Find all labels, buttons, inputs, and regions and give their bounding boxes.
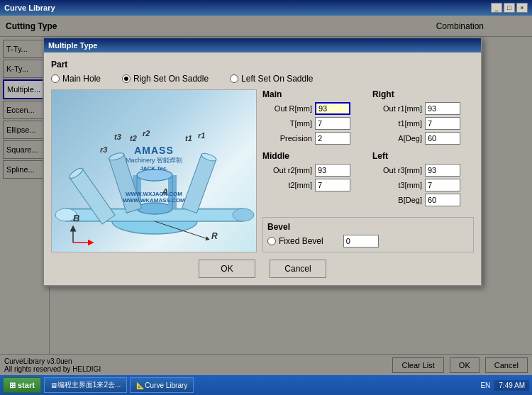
right-group: Right Out r1[mm] t1[mm] A[Deg] xyxy=(372,89,474,147)
modal-ok-button[interactable]: OK xyxy=(199,260,255,278)
svg-point-6 xyxy=(137,203,172,214)
radio-right-set-label: Righ Set On Saddle xyxy=(133,74,209,84)
right-a-input[interactable] xyxy=(425,132,460,145)
left-group: Left Out r3[mm] t3[mm] B[Deg] xyxy=(372,151,474,208)
start-button[interactable]: ⊞ start xyxy=(3,377,41,393)
modal-dialog: Multiple Type Part Main Hole Righ Set On… xyxy=(43,37,482,286)
taskbar-item-curve[interactable]: 📐 Curve Library xyxy=(130,377,194,393)
diagram-svg: r3 t3 t2 r2 t1 r1 B A R xyxy=(52,90,257,252)
taskbar-right: EN 7:49 AM xyxy=(480,380,529,391)
start-icon: ⊞ xyxy=(9,381,16,390)
radio-main-hole-label: Main Hole xyxy=(62,74,101,84)
right-a-field: A[Deg] xyxy=(372,132,474,145)
middle-group-title: Middle xyxy=(262,151,364,161)
middle-t2-label: t2[mm] xyxy=(262,181,312,189)
middle-t2-field: t2[mm] xyxy=(262,179,364,191)
bevel-fixed-radio[interactable]: Fixed Bevel xyxy=(267,236,323,246)
right-out-r1-field: Out r1[mm] xyxy=(372,102,474,115)
left-t3-label: t3[mm] xyxy=(372,181,422,189)
left-out-r3-field: Out r3[mm] xyxy=(372,164,474,177)
main-out-r-field: Out R[mm] xyxy=(262,102,364,115)
taskbar-curve-label: Curve Library xyxy=(145,382,187,389)
svg-point-9 xyxy=(137,169,172,181)
middle-out-r2-label: Out r2[mm] xyxy=(262,166,312,174)
taskbar-editor-icon: 🖥 xyxy=(50,382,57,389)
left-b-label: B[Deg] xyxy=(372,196,422,204)
right-t1-input[interactable] xyxy=(425,117,460,130)
part-radios: Main Hole Righ Set On Saddle Left Set On… xyxy=(51,74,474,84)
left-group-title: Left xyxy=(372,151,474,161)
svg-text:r1: r1 xyxy=(198,131,205,140)
language-indicator: EN xyxy=(480,382,490,389)
svg-point-3 xyxy=(233,208,254,221)
svg-text:t3: t3 xyxy=(114,133,121,141)
maximize-button[interactable]: □ xyxy=(504,3,515,13)
middle-out-r2-input[interactable] xyxy=(315,164,350,177)
radio-main-hole-circle xyxy=(51,74,60,83)
modal-title: Multiple Type xyxy=(48,41,97,50)
right-t1-label: t1[mm] xyxy=(372,119,422,128)
part-label: Part xyxy=(51,60,474,69)
middle-t2-input[interactable] xyxy=(315,179,350,191)
radio-left-set-label: Left Set On Saddle xyxy=(241,74,313,84)
main-t-field: T[mm] xyxy=(262,117,364,130)
close-button[interactable]: × xyxy=(516,3,528,13)
main-group: Main Out R[mm] T[mm] Precision xyxy=(262,89,364,147)
bevel-fixed-label: Fixed Bevel xyxy=(279,236,323,246)
right-out-r1-label: Out r1[mm] xyxy=(372,104,422,113)
left-t3-input[interactable] xyxy=(425,179,460,191)
radio-left-set[interactable]: Left Set On Saddle xyxy=(230,74,313,84)
modal-content: r3 t3 t2 r2 t1 r1 B A R xyxy=(51,89,474,252)
svg-text:R: R xyxy=(211,231,218,241)
left-b-field: B[Deg] xyxy=(372,194,474,206)
right-t1-field: t1[mm] xyxy=(372,117,474,130)
left-out-r3-label: Out r3[mm] xyxy=(372,166,422,174)
params-area: Main Out R[mm] T[mm] Precision xyxy=(262,89,474,252)
modal-body: Part Main Hole Righ Set On Saddle Left S… xyxy=(44,52,481,285)
radio-main-hole[interactable]: Main Hole xyxy=(51,74,101,84)
modal-cancel-button[interactable]: Cancel xyxy=(270,260,326,278)
left-out-r3-input[interactable] xyxy=(425,164,460,177)
bevel-fixed-circle xyxy=(267,237,276,245)
taskbar: ⊞ start 🖥 编程主界面1来2去... 📐 Curve Library E… xyxy=(0,375,532,395)
main-precision-field: Precision xyxy=(262,132,364,145)
taskbar-item-editor[interactable]: 🖥 编程主界面1来2去... xyxy=(44,377,127,393)
svg-text:r3: r3 xyxy=(100,145,107,154)
right-group-title: Right xyxy=(372,89,474,99)
svg-text:r2: r2 xyxy=(143,129,150,138)
right-a-label: A[Deg] xyxy=(372,134,422,143)
middle-left-row: Middle Out r2[mm] t2[mm] xyxy=(262,151,474,208)
window-controls: _ □ × xyxy=(491,3,528,13)
bevel-value-input[interactable] xyxy=(343,235,379,247)
minimize-button[interactable]: _ xyxy=(491,3,502,13)
modal-overlay: Multiple Type Part Main Hole Righ Set On… xyxy=(0,16,532,375)
right-out-r1-input[interactable] xyxy=(425,102,460,115)
taskbar-editor-label: 编程主界面1来2去... xyxy=(57,380,121,390)
taskbar-curve-icon: 📐 xyxy=(136,382,145,389)
window-title: Curve Library xyxy=(4,4,55,12)
main-t-input[interactable] xyxy=(315,117,350,130)
left-b-input[interactable] xyxy=(425,194,460,206)
main-t-label: T[mm] xyxy=(262,119,312,128)
radio-right-set-circle xyxy=(122,74,131,83)
main-out-r-input[interactable] xyxy=(315,102,350,115)
main-right-row: Main Out R[mm] T[mm] Precision xyxy=(262,89,474,147)
main-out-r-label: Out R[mm] xyxy=(262,104,312,113)
svg-text:A: A xyxy=(161,187,168,197)
main-precision-input[interactable] xyxy=(315,132,350,145)
start-label: start xyxy=(18,381,35,389)
svg-text:t1: t1 xyxy=(185,134,192,143)
taskbar-clock: 7:49 AM xyxy=(494,380,529,391)
svg-text:t2: t2 xyxy=(130,134,137,143)
main-precision-label: Precision xyxy=(262,134,312,143)
bevel-row: Fixed Bevel xyxy=(267,235,469,247)
left-t3-field: t3[mm] xyxy=(372,179,474,191)
main-group-title: Main xyxy=(262,89,364,99)
radio-right-set[interactable]: Righ Set On Saddle xyxy=(122,74,209,84)
middle-group: Middle Out r2[mm] t2[mm] xyxy=(262,151,364,208)
modal-title-bar: Multiple Type xyxy=(44,38,481,52)
bevel-title: Bevel xyxy=(267,222,469,232)
modal-buttons: OK Cancel xyxy=(51,260,474,278)
svg-rect-16 xyxy=(182,155,216,213)
bevel-section: Bevel Fixed Bevel xyxy=(262,217,474,252)
